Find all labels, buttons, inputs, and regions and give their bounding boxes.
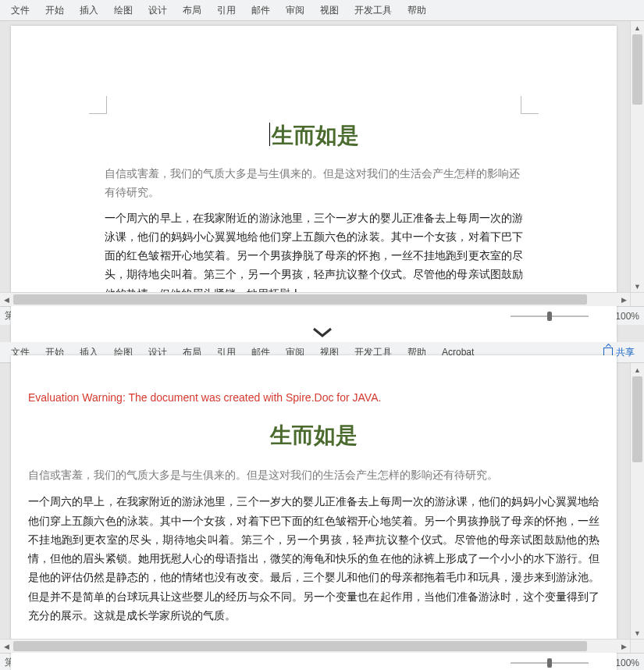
menu-文件[interactable]: 文件 [3,0,37,20]
horizontal-scrollbar[interactable]: ◀ ▶ [0,292,631,306]
zoom-knob[interactable] [547,658,552,668]
menu-视图[interactable]: 视图 [312,0,347,20]
vertical-scrollbar[interactable]: ▲ ▼ [630,21,644,293]
menu-设计[interactable]: 设计 [141,0,175,20]
document-summary[interactable]: 自信或害羞，我们的气质大多是与生俱来的。但是这对我们的生活会产生怎样的影响还有待… [105,165,523,203]
text-cursor [269,123,270,146]
scroll-up-icon[interactable]: ▲ [631,363,644,376]
scroll-thumb[interactable] [632,376,642,462]
scroll-thumb[interactable] [13,641,587,651]
document-paragraph[interactable]: 一个周六的早上，在我家附近的游泳池里，三个一岁大的婴儿正准备去上每周一次的游泳课… [105,209,523,304]
document-title[interactable]: 生而如是 [28,421,600,451]
menu-开发工具[interactable]: 开发工具 [347,0,400,20]
zoom-value[interactable]: 100% [615,658,639,668]
menubar-top: 文件开始插入绘图设计布局引用邮件审阅视图开发工具帮助 [0,0,644,21]
document-title[interactable]: 生而如是 [105,121,523,151]
zoom-value[interactable]: 100% [615,311,639,322]
scroll-thumb[interactable] [632,34,642,105]
menu-邮件[interactable]: 邮件 [244,0,278,20]
scroll-right-icon[interactable]: ▶ [617,643,631,650]
scroll-left-icon[interactable]: ◀ [0,296,13,304]
scroll-down-icon[interactable]: ▼ [631,626,644,640]
zoom-slider[interactable] [511,310,589,323]
vertical-scrollbar[interactable]: ▲ ▼ [630,363,644,640]
scroll-left-icon[interactable]: ◀ [0,643,13,650]
scroll-up-icon[interactable]: ▲ [631,21,644,34]
menu-绘图[interactable]: 绘图 [106,0,141,20]
menu-引用[interactable]: 引用 [209,0,244,20]
crop-mark-icon [89,96,107,114]
menu-开始[interactable]: 开始 [37,0,72,20]
menu-帮助[interactable]: 帮助 [400,0,434,20]
scroll-right-icon[interactable]: ▶ [617,296,631,304]
menu-布局[interactable]: 布局 [175,0,209,20]
document-editor-bottom: Evaluation Warning: The document was cre… [0,363,644,653]
zoom-slider[interactable] [511,657,589,669]
evaluation-warning: Evaluation Warning: The document was cre… [28,391,600,404]
menu-审阅[interactable]: 审阅 [278,0,312,20]
page: Evaluation Warning: The document was cre… [11,355,617,670]
scroll-corner [630,639,644,653]
menu-插入[interactable]: 插入 [72,0,106,20]
crop-mark-icon [521,96,539,114]
zoom-knob[interactable] [547,312,552,321]
document-paragraph[interactable]: 一个周六的早上，在我家附近的游泳池里，三个一岁大的婴儿正准备去上每周一次的游泳课… [28,493,600,625]
document-editor-top: 生而如是 自信或害羞，我们的气质大多是与生俱来的。但是这对我们的生活会产生怎样的… [0,21,644,306]
horizontal-scrollbar[interactable]: ◀ ▶ [0,639,631,653]
document-summary[interactable]: 自信或害羞，我们的气质大多是与生俱来的。但是这对我们的生活会产生怎样的影响还有待… [28,466,600,485]
scroll-thumb[interactable] [13,294,587,305]
scroll-corner [630,292,644,306]
scroll-down-icon[interactable]: ▼ [631,280,644,293]
